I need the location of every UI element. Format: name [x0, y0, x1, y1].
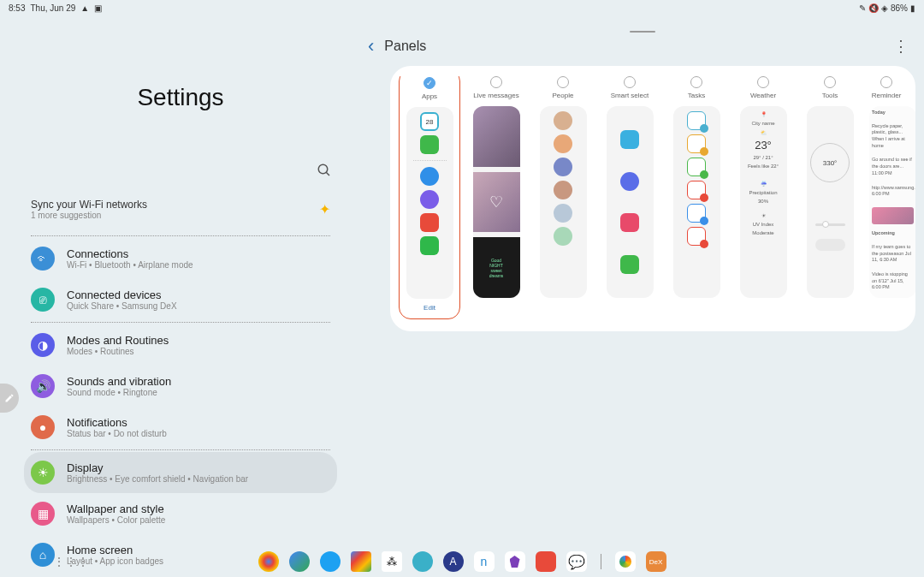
reminder-item: Video is stopping on 6'12" Jul 15, 6:00 …	[872, 271, 914, 291]
panel-label: Apps	[422, 92, 437, 100]
avatar	[554, 181, 572, 199]
settings-pane: Settings Sync your Wi-Fi networks 1 more…	[0, 15, 361, 543]
weather-preview: 📍 City name ⛅ 23° 29° / 21° Feels like 2…	[740, 106, 787, 298]
app-drawer-icon[interactable]: ⋮⋮⋮	[53, 555, 89, 568]
panel-label: People	[553, 92, 574, 99]
search-icon[interactable]	[317, 163, 332, 181]
notes-icon	[420, 213, 439, 232]
panel-label: Weather	[750, 92, 776, 99]
avatar	[554, 134, 572, 153]
back-button[interactable]: ‹	[368, 35, 374, 57]
radio-live[interactable]	[490, 76, 502, 88]
calculator-icon	[420, 135, 439, 154]
radio-weather[interactable]	[757, 76, 769, 88]
avatar	[554, 111, 572, 130]
reminder-preview: Today Recycle paper, plastic, glass... W…	[869, 106, 915, 298]
panel-tools[interactable]: Tools 330°	[803, 76, 857, 319]
modes-icon: ◑	[31, 333, 55, 357]
setting-wallpaper[interactable]: ▦ Wallpaper and style Wallpapers • Color…	[24, 493, 337, 534]
earth-icon[interactable]	[289, 551, 310, 572]
panel-weather[interactable]: Weather 📍 City name ⛅ 23° 29° / 21° Feel…	[736, 76, 791, 319]
devices-icon: ⎚	[31, 288, 55, 312]
panel-label: Tasks	[688, 92, 705, 99]
setting-title: Wallpaper and style	[67, 503, 330, 515]
setting-connected-devices[interactable]: ⎚ Connected devices Quick Share • Samsun…	[24, 279, 337, 320]
panels-title: Panels	[384, 39, 426, 54]
panel-reminder[interactable]: Reminder Today Recycle paper, plastic, g…	[869, 76, 903, 319]
setting-sub: Status bar • Do not disturb	[67, 429, 330, 438]
setting-notifications[interactable]: ● Notifications Status bar • Do not dist…	[24, 407, 337, 448]
setting-display[interactable]: ☀ Display Brightness • Eye comfort shiel…	[24, 452, 337, 493]
setting-sub: Sound mode • Ringtone	[67, 388, 330, 397]
weather-uv: Moderate	[742, 230, 785, 235]
setting-title: Connected devices	[67, 288, 330, 301]
panel-label: Smart select	[611, 92, 649, 99]
panel-smart-select[interactable]: Smart select	[602, 76, 657, 319]
obsidian-icon[interactable]	[505, 551, 525, 572]
sound-icon: 🔊	[31, 374, 55, 398]
setting-sub: Modes • Routines	[67, 347, 330, 356]
twitter-icon[interactable]	[320, 551, 341, 572]
app-icon[interactable]: A	[443, 551, 464, 572]
reminder-item: If my team goes to the postseason Jul 11…	[872, 244, 914, 264]
suggestion-sub: 1 more suggestion	[31, 211, 319, 220]
panel-tasks[interactable]: Tasks	[669, 76, 724, 319]
palette-icon: ▦	[31, 502, 55, 526]
radio-tasks[interactable]	[690, 76, 702, 88]
reminder-item: http://www.samsung.com 6:00 PM	[872, 185, 914, 198]
reminder-today: Today	[872, 110, 914, 116]
settings-title: Settings	[17, 84, 344, 111]
app-icon[interactable]	[412, 551, 433, 572]
panel-people[interactable]: People	[536, 76, 590, 319]
weather-range: 29° / 21°	[742, 155, 785, 160]
wifi-icon: ◈	[881, 3, 888, 13]
tasks-item	[687, 134, 706, 153]
photos-icon[interactable]	[615, 551, 636, 572]
weather-uv-label: UV Index	[742, 222, 785, 227]
tasks-item	[687, 181, 706, 199]
tasks-item	[687, 204, 706, 223]
slack-icon[interactable]: ⁂	[382, 551, 402, 572]
gif-icon	[620, 213, 639, 232]
radio-smart[interactable]	[624, 76, 636, 88]
radio-apps[interactable]	[424, 77, 435, 89]
app-icon[interactable]: n	[474, 551, 495, 572]
radio-reminder[interactable]	[880, 76, 892, 88]
divider	[31, 449, 330, 450]
mute-icon: 🔇	[868, 3, 879, 13]
divider	[31, 322, 330, 323]
tasks-item	[687, 158, 706, 176]
radio-tools[interactable]	[824, 76, 836, 88]
panel-live-messages[interactable]: Live messages ♡ GoodNIGHTsweetdreams	[469, 76, 524, 319]
chrome-icon[interactable]	[258, 551, 279, 572]
play-store-icon[interactable]	[351, 551, 371, 572]
setting-sounds[interactable]: 🔊 Sounds and vibration Sound mode • Ring…	[24, 366, 337, 407]
setting-modes[interactable]: ◑ Modes and Routines Modes • Routines	[24, 324, 337, 366]
weather-temp: 23°	[742, 139, 785, 152]
panel-apps[interactable]: Apps 28 Edit	[402, 76, 457, 319]
live-preview: ♡ GoodNIGHTsweetdreams	[473, 106, 520, 298]
more-menu[interactable]: ⋮	[893, 37, 909, 56]
reminder-upcoming: Upcoming	[872, 230, 914, 237]
setting-connections[interactable]: ᯤ Connections Wi-Fi • Bluetooth • Airpla…	[24, 238, 337, 279]
weather-precip-label: Precipitation	[742, 190, 785, 195]
suggestion-row[interactable]: Sync your Wi-Fi networks 1 more suggesti…	[24, 190, 337, 234]
svg-point-0	[318, 164, 328, 174]
battery-pct: 86%	[891, 3, 908, 13]
weather-city: City name	[742, 121, 785, 126]
chat-icon[interactable]: 💬	[566, 551, 587, 572]
avatar	[554, 204, 572, 223]
smart-preview	[607, 106, 654, 298]
wifi-icon: ᯤ	[31, 247, 55, 271]
rect-icon	[620, 130, 639, 149]
radio-people[interactable]	[557, 76, 569, 88]
edit-link[interactable]: Edit	[403, 304, 456, 312]
setting-sub: Quick Share • Samsung DeX	[67, 301, 330, 311]
svg-line-1	[326, 172, 329, 175]
compass-reading: 330°	[823, 159, 838, 167]
suggestion-title: Sync your Wi-Fi networks	[31, 199, 319, 211]
todoist-icon[interactable]	[536, 551, 556, 572]
setting-sub: Wallpapers • Color palette	[67, 515, 330, 525]
bell-icon: ●	[31, 415, 55, 439]
dex-icon[interactable]: DeX	[646, 551, 666, 572]
